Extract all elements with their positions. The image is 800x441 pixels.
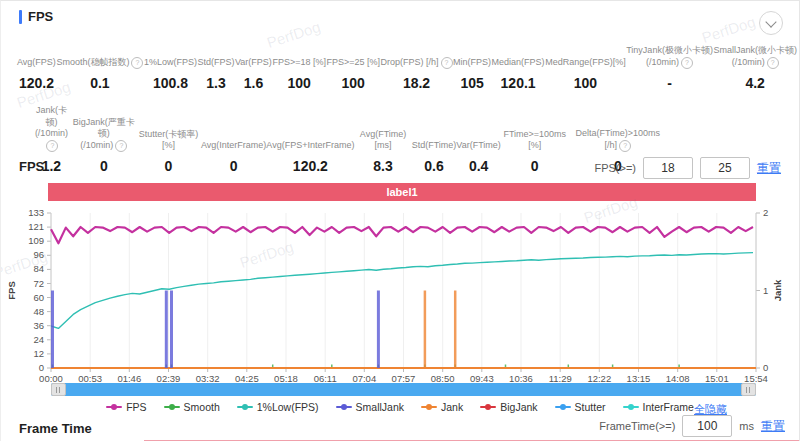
- svg-text:1: 1: [763, 285, 768, 296]
- stat-label: Median(FPS): [492, 57, 545, 69]
- legend-label: FPS: [126, 401, 146, 413]
- help-icon[interactable]: ?: [131, 57, 143, 69]
- panel-header: FPS: [19, 9, 53, 24]
- help-icon[interactable]: ?: [46, 140, 58, 152]
- frame-time-section-title: Frame Time: [19, 421, 92, 436]
- row1-stat: FPS>=18 [%]100: [272, 57, 326, 91]
- legend-label: Jank: [441, 401, 463, 413]
- help-icon[interactable]: ?: [619, 140, 631, 152]
- svg-text:FPS: FPS: [6, 281, 17, 299]
- legend-item-stutter[interactable]: Stutter: [555, 401, 606, 413]
- legend-item-interframe[interactable]: InterFrame: [623, 401, 694, 413]
- row2-stat: Avg(InterFrame)0: [201, 140, 266, 174]
- row2-stat: Std(FTime)0.6: [412, 140, 457, 174]
- svg-text:60: 60: [33, 292, 44, 303]
- row2-stat: Avg(FTime) [ms]8.3: [354, 129, 411, 174]
- fps-chart: 00:0000:5301:4602:3903:3204:2505:1806:11…: [1, 204, 800, 382]
- legend-marker-icon: [623, 403, 639, 411]
- stat-label: Avg(FTime) [ms]: [354, 129, 411, 152]
- stat-label: Smooth(稳帧指数)?: [56, 57, 143, 69]
- fps-threshold-input-1[interactable]: [643, 157, 693, 179]
- stat-label: Delta(FTime)>100ms [/h]?: [569, 128, 667, 152]
- svg-text:12:22: 12:22: [587, 373, 611, 382]
- stat-value: 120.1: [501, 75, 536, 91]
- svg-text:00:53: 00:53: [78, 373, 102, 382]
- stat-label: Avg(FPS+InterFrame): [266, 140, 354, 152]
- stat-label: BigJank(严重卡顿) (/10min)?: [72, 117, 136, 152]
- stat-value: 0: [165, 158, 173, 174]
- stat-label: Std(FTime): [412, 140, 457, 152]
- legend-item-bigjank[interactable]: BigJank: [480, 401, 537, 413]
- svg-text:08:50: 08:50: [431, 373, 455, 382]
- legend-item-smooth[interactable]: Smooth: [164, 401, 220, 413]
- legend-item-jank[interactable]: Jank: [421, 401, 463, 413]
- legend-item-smalljank[interactable]: SmallJank: [336, 401, 404, 413]
- frametime-reset-link[interactable]: 重置: [761, 418, 785, 435]
- chart-zoom-scrollbar[interactable]: [51, 383, 756, 396]
- legend-label: InterFrame: [643, 401, 694, 413]
- stat-label: Min(FPS): [453, 57, 491, 69]
- row2-stat: Avg(FPS+InterFrame)120.2: [266, 140, 354, 174]
- svg-text:10:36: 10:36: [509, 373, 533, 382]
- stat-value: 0.6: [424, 158, 443, 174]
- perfdog-watermark: PerfDog: [700, 13, 758, 46]
- svg-text:12: 12: [33, 348, 44, 359]
- stat-label: FPS>=18 [%]: [272, 57, 326, 69]
- svg-text:02:39: 02:39: [157, 373, 181, 382]
- row1-stat: Drop(FPS) [/h]?18.2: [381, 57, 453, 91]
- help-icon[interactable]: ?: [681, 57, 693, 69]
- legend-label: SmallJank: [356, 401, 404, 413]
- legend-marker-icon: [106, 403, 122, 411]
- fps-threshold-input-2[interactable]: [700, 157, 750, 179]
- legend-label: 1%Low(FPS): [257, 401, 319, 413]
- chart-label-text: label1: [386, 186, 417, 198]
- panel-title: FPS: [28, 9, 53, 24]
- stat-value: 0.4: [469, 158, 488, 174]
- legend-item-fps[interactable]: FPS: [106, 401, 146, 413]
- stat-value: 1.2: [42, 158, 61, 174]
- zoom-handle-right[interactable]: [741, 383, 756, 396]
- stat-value: 100: [342, 75, 365, 91]
- svg-text:84: 84: [33, 263, 44, 274]
- svg-text:121: 121: [28, 221, 44, 232]
- legend-marker-icon: [555, 403, 571, 411]
- help-icon[interactable]: ?: [115, 140, 127, 152]
- collapse-button[interactable]: [759, 11, 783, 35]
- fps-filter-label: FPS(>=): [594, 162, 636, 174]
- legend-item-1-low-fps-[interactable]: 1%Low(FPS): [237, 401, 319, 413]
- row1-stat: Std(FPS)1.3: [197, 57, 234, 91]
- svg-text:2: 2: [763, 207, 768, 218]
- svg-text:48: 48: [33, 306, 44, 317]
- svg-text:11:29: 11:29: [549, 373, 572, 382]
- legend-marker-icon: [480, 403, 496, 411]
- row1-stat: TinyJank(极微小卡顿) (/10min)?-: [626, 45, 713, 91]
- stat-value: 0: [100, 158, 108, 174]
- stat-value: 100: [574, 75, 597, 91]
- stat-label: 1%Low(FPS): [144, 57, 197, 69]
- stat-label: TinyJank(极微小卡顿) (/10min)?: [626, 45, 713, 69]
- stat-value: 8.3: [373, 158, 392, 174]
- svg-text:13:15: 13:15: [627, 373, 651, 382]
- stat-value: 105: [460, 75, 483, 91]
- help-icon[interactable]: ?: [441, 57, 453, 69]
- svg-text:36: 36: [33, 320, 44, 331]
- svg-text:24: 24: [33, 334, 44, 345]
- row1-stat: Min(FPS)105: [453, 57, 491, 91]
- fps-section-title: FPS: [19, 159, 44, 174]
- fps-threshold-filter: FPS(>=) 重置: [594, 157, 781, 179]
- help-icon[interactable]: ?: [767, 57, 779, 69]
- stat-value: 1.3: [206, 75, 225, 91]
- fps-reset-link[interactable]: 重置: [757, 160, 781, 177]
- frametime-threshold-input[interactable]: [682, 415, 732, 437]
- row1-stat: Smooth(稳帧指数)?0.1: [56, 57, 143, 91]
- svg-text:14:08: 14:08: [666, 373, 690, 382]
- stat-label: Avg(FPS): [17, 57, 56, 69]
- stats-row-2: Jank(卡顿) (/10min)?1.2BigJank(严重卡顿) (/10m…: [31, 105, 667, 174]
- legend-marker-icon: [164, 403, 180, 411]
- zoom-handle-left[interactable]: [51, 383, 66, 396]
- svg-text:00:00: 00:00: [39, 373, 63, 382]
- stat-label: Avg(InterFrame): [201, 140, 266, 152]
- row2-stat: Var(FTime)0.4: [456, 140, 501, 174]
- stat-value: 100.8: [153, 75, 188, 91]
- stat-value: -: [667, 75, 672, 91]
